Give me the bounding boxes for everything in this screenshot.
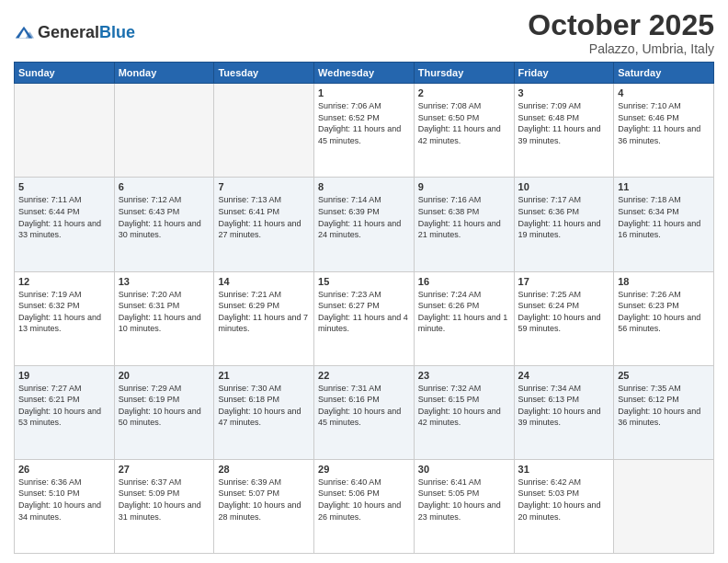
- table-row: 29Sunrise: 6:40 AM Sunset: 5:06 PM Dayli…: [314, 459, 415, 553]
- table-row: 4Sunrise: 7:10 AM Sunset: 6:46 PM Daylig…: [614, 84, 714, 178]
- table-row: 10Sunrise: 7:17 AM Sunset: 6:36 PM Dayli…: [514, 178, 614, 271]
- day-info: Sunrise: 7:16 AM Sunset: 6:38 PM Dayligh…: [418, 194, 510, 240]
- day-number: 11: [618, 181, 710, 192]
- day-info: Sunrise: 7:19 AM Sunset: 6:32 PM Dayligh…: [18, 289, 110, 335]
- day-info: Sunrise: 7:06 AM Sunset: 6:52 PM Dayligh…: [318, 100, 410, 146]
- day-info: Sunrise: 7:09 AM Sunset: 6:48 PM Dayligh…: [518, 100, 610, 146]
- table-row: 7Sunrise: 7:13 AM Sunset: 6:41 PM Daylig…: [214, 178, 314, 271]
- day-info: Sunrise: 6:40 AM Sunset: 5:06 PM Dayligh…: [318, 477, 410, 523]
- day-info: Sunrise: 7:17 AM Sunset: 6:36 PM Dayligh…: [518, 194, 610, 240]
- day-info: Sunrise: 6:42 AM Sunset: 5:03 PM Dayligh…: [518, 477, 610, 523]
- calendar-week-row: 12Sunrise: 7:19 AM Sunset: 6:32 PM Dayli…: [15, 271, 714, 365]
- table-row: 28Sunrise: 6:39 AM Sunset: 5:07 PM Dayli…: [214, 459, 314, 553]
- day-number: 16: [418, 276, 510, 287]
- day-number: 24: [518, 370, 610, 381]
- month-title: October 2025: [528, 9, 714, 41]
- day-info: Sunrise: 7:25 AM Sunset: 6:24 PM Dayligh…: [518, 289, 610, 335]
- day-number: 8: [318, 181, 410, 192]
- table-row: 21Sunrise: 7:30 AM Sunset: 6:18 PM Dayli…: [214, 365, 314, 459]
- calendar-header-row: Sunday Monday Tuesday Wednesday Thursday…: [15, 63, 714, 84]
- day-number: 6: [119, 181, 210, 192]
- table-row: 30Sunrise: 6:41 AM Sunset: 5:05 PM Dayli…: [414, 459, 514, 553]
- day-info: Sunrise: 7:30 AM Sunset: 6:18 PM Dayligh…: [218, 383, 310, 429]
- table-row: 11Sunrise: 7:18 AM Sunset: 6:34 PM Dayli…: [614, 178, 714, 271]
- day-info: Sunrise: 7:18 AM Sunset: 6:34 PM Dayligh…: [618, 194, 710, 240]
- day-number: 20: [119, 370, 210, 381]
- day-number: 25: [618, 370, 710, 381]
- table-row: 1Sunrise: 7:06 AM Sunset: 6:52 PM Daylig…: [314, 84, 415, 178]
- table-row: 17Sunrise: 7:25 AM Sunset: 6:24 PM Dayli…: [514, 271, 614, 365]
- table-row: [114, 84, 214, 178]
- table-row: 15Sunrise: 7:23 AM Sunset: 6:27 PM Dayli…: [314, 271, 415, 365]
- day-info: Sunrise: 7:29 AM Sunset: 6:19 PM Dayligh…: [119, 383, 210, 429]
- day-number: 15: [318, 276, 410, 287]
- day-number: 13: [119, 276, 210, 287]
- day-number: 19: [18, 370, 110, 381]
- day-number: 9: [418, 181, 510, 192]
- day-number: 28: [218, 464, 310, 475]
- day-number: 18: [618, 276, 710, 287]
- day-info: Sunrise: 7:24 AM Sunset: 6:26 PM Dayligh…: [418, 289, 510, 335]
- day-number: 23: [418, 370, 510, 381]
- calendar-week-row: 5Sunrise: 7:11 AM Sunset: 6:44 PM Daylig…: [15, 178, 714, 271]
- table-row: 8Sunrise: 7:14 AM Sunset: 6:39 PM Daylig…: [314, 178, 415, 271]
- day-number: 4: [618, 87, 710, 98]
- day-info: Sunrise: 7:26 AM Sunset: 6:23 PM Dayligh…: [618, 289, 710, 335]
- calendar-table: Sunday Monday Tuesday Wednesday Thursday…: [14, 62, 714, 554]
- calendar-week-row: 1Sunrise: 7:06 AM Sunset: 6:52 PM Daylig…: [15, 84, 714, 178]
- day-info: Sunrise: 7:14 AM Sunset: 6:39 PM Dayligh…: [318, 194, 410, 240]
- table-row: 16Sunrise: 7:24 AM Sunset: 6:26 PM Dayli…: [414, 271, 514, 365]
- table-row: 18Sunrise: 7:26 AM Sunset: 6:23 PM Dayli…: [614, 271, 714, 365]
- table-row: 24Sunrise: 7:34 AM Sunset: 6:13 PM Dayli…: [514, 365, 614, 459]
- day-number: 2: [418, 87, 510, 98]
- table-row: 2Sunrise: 7:08 AM Sunset: 6:50 PM Daylig…: [414, 84, 514, 178]
- day-info: Sunrise: 7:31 AM Sunset: 6:16 PM Dayligh…: [318, 383, 410, 429]
- logo: GeneralBlue: [14, 23, 135, 43]
- day-info: Sunrise: 7:35 AM Sunset: 6:12 PM Dayligh…: [618, 383, 710, 429]
- location-title: Palazzo, Umbria, Italy: [528, 41, 714, 56]
- day-info: Sunrise: 7:20 AM Sunset: 6:31 PM Dayligh…: [119, 289, 210, 335]
- table-row: 14Sunrise: 7:21 AM Sunset: 6:29 PM Dayli…: [214, 271, 314, 365]
- day-number: 22: [318, 370, 410, 381]
- day-info: Sunrise: 7:23 AM Sunset: 6:27 PM Dayligh…: [318, 289, 410, 335]
- table-row: 9Sunrise: 7:16 AM Sunset: 6:38 PM Daylig…: [414, 178, 514, 271]
- day-number: 27: [119, 464, 210, 475]
- table-row: 13Sunrise: 7:20 AM Sunset: 6:31 PM Dayli…: [114, 271, 214, 365]
- day-number: 21: [218, 370, 310, 381]
- calendar-week-row: 26Sunrise: 6:36 AM Sunset: 5:10 PM Dayli…: [15, 459, 714, 553]
- day-number: 5: [18, 181, 110, 192]
- table-row: 27Sunrise: 6:37 AM Sunset: 5:09 PM Dayli…: [114, 459, 214, 553]
- day-info: Sunrise: 7:13 AM Sunset: 6:41 PM Dayligh…: [218, 194, 310, 240]
- day-number: 17: [518, 276, 610, 287]
- table-row: [614, 459, 714, 553]
- day-info: Sunrise: 7:32 AM Sunset: 6:15 PM Dayligh…: [418, 383, 510, 429]
- day-number: 12: [18, 276, 110, 287]
- day-number: 31: [518, 464, 610, 475]
- col-sunday: Sunday: [15, 63, 115, 84]
- table-row: [15, 84, 115, 178]
- table-row: 22Sunrise: 7:31 AM Sunset: 6:16 PM Dayli…: [314, 365, 415, 459]
- col-tuesday: Tuesday: [214, 63, 314, 84]
- day-info: Sunrise: 7:27 AM Sunset: 6:21 PM Dayligh…: [18, 383, 110, 429]
- day-number: 26: [18, 464, 110, 475]
- header: GeneralBlue October 2025 Palazzo, Umbria…: [14, 9, 714, 56]
- day-number: 3: [518, 87, 610, 98]
- day-number: 30: [418, 464, 510, 475]
- day-info: Sunrise: 7:34 AM Sunset: 6:13 PM Dayligh…: [518, 383, 610, 429]
- day-info: Sunrise: 6:37 AM Sunset: 5:09 PM Dayligh…: [119, 477, 210, 523]
- table-row: 6Sunrise: 7:12 AM Sunset: 6:43 PM Daylig…: [114, 178, 214, 271]
- day-info: Sunrise: 6:36 AM Sunset: 5:10 PM Dayligh…: [18, 477, 110, 523]
- table-row: [214, 84, 314, 178]
- day-number: 1: [318, 87, 410, 98]
- col-thursday: Thursday: [414, 63, 514, 84]
- table-row: 31Sunrise: 6:42 AM Sunset: 5:03 PM Dayli…: [514, 459, 614, 553]
- table-row: 19Sunrise: 7:27 AM Sunset: 6:21 PM Dayli…: [15, 365, 115, 459]
- table-row: 25Sunrise: 7:35 AM Sunset: 6:12 PM Dayli…: [614, 365, 714, 459]
- day-info: Sunrise: 7:12 AM Sunset: 6:43 PM Dayligh…: [119, 194, 210, 240]
- day-info: Sunrise: 6:41 AM Sunset: 5:05 PM Dayligh…: [418, 477, 510, 523]
- col-monday: Monday: [114, 63, 214, 84]
- day-info: Sunrise: 7:08 AM Sunset: 6:50 PM Dayligh…: [418, 100, 510, 146]
- day-info: Sunrise: 6:39 AM Sunset: 5:07 PM Dayligh…: [218, 477, 310, 523]
- day-number: 14: [218, 276, 310, 287]
- table-row: 5Sunrise: 7:11 AM Sunset: 6:44 PM Daylig…: [15, 178, 115, 271]
